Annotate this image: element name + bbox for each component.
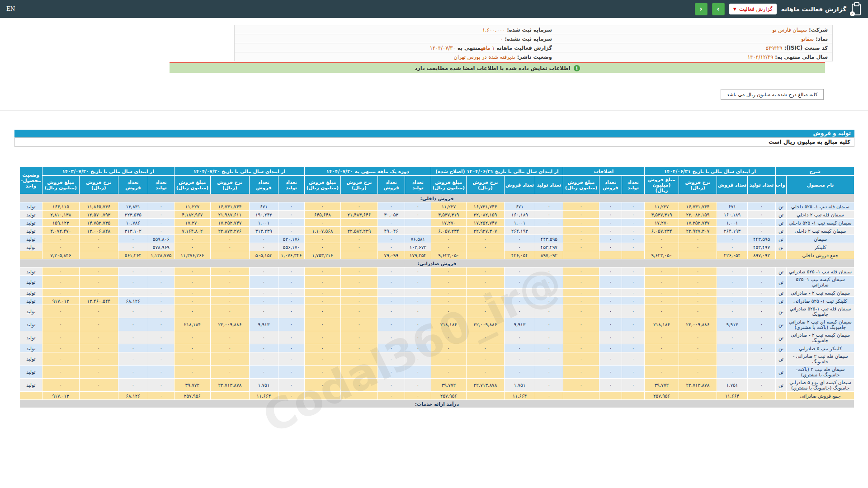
status-cell: تولید [19,331,42,344]
value-cell: ۰ [563,366,599,379]
amounts-unit-note: کلیه مبالغ درج شده به میلیون ریال می باش… [721,89,824,100]
value-cell: ۰ [174,243,210,251]
product-name-cell: کلینکر [787,243,854,251]
table-row: جمع فروش صادراتی۰۱۱,۶۶۴۲۵۷,۹۵۶۰۱۱,۶۶۴۲۵۷… [19,392,854,400]
unit-cell: تن [776,235,787,243]
unit-cell: تن [776,305,787,318]
value-cell: ۵۵۹,۸۰۶ [148,235,174,243]
value-cell: ۰ [42,305,79,318]
value-cell: ۰ [304,318,340,331]
next-report-button[interactable]: › [712,3,725,15]
value-cell: ۲۲,۰۰۹,۸۸۶ [679,318,717,331]
status-cell: تولید [19,219,42,227]
column-header: تعداد تولید [622,176,644,194]
table-container: شرحاز ابتدای سال مالی تا تاریخ ۱۴۰۴/۰۶/۳… [19,166,854,408]
product-name-cell: سیمان فله تیپ ۱- ۵۲۵ داخلي [787,202,854,211]
value-cell: ۰ [431,235,466,243]
value-cell [679,392,717,400]
value-cell: ۰ [278,202,304,211]
value-cell: ۰ [249,297,278,305]
value-cell: ۰ [210,289,249,297]
info-icon: i [574,65,580,71]
column-group-header: از ابتدای سال مالی تا تاریخ ۱۴۰۴/۰۷/۳۰ [174,167,304,176]
info-value: ۱۴۰۴/۱۲/۲۹ [747,54,773,60]
value-cell: ۶۷۱ [504,202,535,211]
value-cell: ۰ [622,289,644,297]
unit-cell: تن [776,243,787,251]
value-cell: ۰ [405,211,431,219]
value-cell: ۰ [599,352,622,366]
value-cell: ۰ [599,276,622,289]
status-cell: تولید [19,366,42,379]
value-cell: ۰ [535,211,563,219]
value-cell [340,251,377,259]
value-cell: ۰ [42,331,79,344]
value-cell: ۰ [504,289,535,297]
value-cell: ۰ [148,297,174,305]
section-label: درآمد ارائه خدمات: [19,400,854,408]
value-cell: ۰ [278,219,304,227]
info-cell-left: سرمایه ثبت نشده: ۰ [235,36,557,42]
info-cell-left: سرمایه ثبت شده: ۱,۶۰۰,۰۰۰ [235,27,557,33]
value-cell: ۴۲۶,۰۵۴ [717,251,748,259]
value-cell: ۰ [679,352,717,366]
value-cell: ۰ [563,305,599,318]
value-cell: ۰ [748,366,776,379]
value-cell [466,392,504,400]
value-cell: ۰ [563,318,599,331]
column-header: مبلغ فروش (میلیون ریال) [431,176,466,194]
value-cell: ۰ [174,366,210,379]
value-cell: ۰ [535,297,563,305]
value-cell: ۰ [431,344,466,352]
value-cell: ۰ [174,289,210,297]
value-cell: ۰ [249,344,278,352]
value-cell: ۰ [599,227,622,235]
column-header: مبلغ فروش (میلیون ریال) [304,176,340,194]
value-cell: ۷,۲۰۵,۸۴۶ [42,251,79,259]
value-cell: ۰ [622,352,644,366]
product-name-cell: سیمان کیسه تیپ ۲ داخلي [787,227,854,235]
value-cell: ۰ [148,289,174,297]
value-cell: ۰ [42,366,79,379]
section-row: درآمد ارائه خدمات: [19,400,854,408]
value-cell [563,251,599,259]
value-cell: ۶,۰۵۷,۲۳۴ [644,227,679,235]
value-cell: ۰ [79,243,118,251]
value-cell: ۱۵۹,۱۲۳ [42,219,79,227]
language-switch-en[interactable]: EN [6,6,15,12]
product-name-cell: سیمان فله تیپ ۲ صادراتي - جامبوبگ [787,352,854,366]
value-cell: ۰ [278,392,304,400]
value-cell: ۰ [377,243,405,251]
value-cell: ۰ [377,366,405,379]
info-cell-right: سال مالی منتهی به: ۱۴۰۴/۱۲/۲۹ [557,54,832,60]
value-cell: ۷۹,۰۹۹ [377,251,405,259]
value-cell: ۰ [340,219,377,227]
value-cell: ۰ [599,305,622,318]
value-cell: ۰ [278,352,304,366]
value-cell: ۰ [42,352,79,366]
value-cell: ۰ [249,289,278,297]
prev-report-button[interactable]: ‹ [695,3,708,15]
value-cell: ۰ [304,297,340,305]
value-cell: ۰ [118,276,148,289]
value-cell: ۰ [405,379,431,392]
value-cell: ۰ [504,366,535,379]
report-type-dropdown[interactable]: گزارش فعالیت ▼ [729,4,777,14]
value-cell: ۲۲,۹۲۷,۳۰۷ [679,227,717,235]
status-cell: تولید [19,379,42,392]
value-cell: ۰ [278,211,304,219]
value-cell: ۰ [304,331,340,344]
value-cell: ۱,۱۰۷,۵۶۸ [304,227,340,235]
table-row: سیمان فله تیپ ۲ داخليتن۰۱۶۰,۱۸۹۲۲,۰۸۲,۱۵… [19,211,854,219]
value-cell: ۰ [599,297,622,305]
value-cell: ۱۷,۲۷۰ [644,219,679,227]
value-cell: ۰ [563,211,599,219]
value-cell: ۰ [622,318,644,331]
value-cell: ۳۹,۷۷۲ [431,379,466,392]
company-info-panel: شرکت: سیمان فارس نوسرمایه ثبت شده: ۱,۶۰۰… [234,25,833,61]
value-cell: ۰ [79,276,118,289]
value-cell: ۰ [340,379,377,392]
value-cell: ۰ [79,305,118,318]
value-cell: ۰ [466,366,504,379]
value-cell: ۷,۱۶۴,۸۰۲ [174,227,210,235]
